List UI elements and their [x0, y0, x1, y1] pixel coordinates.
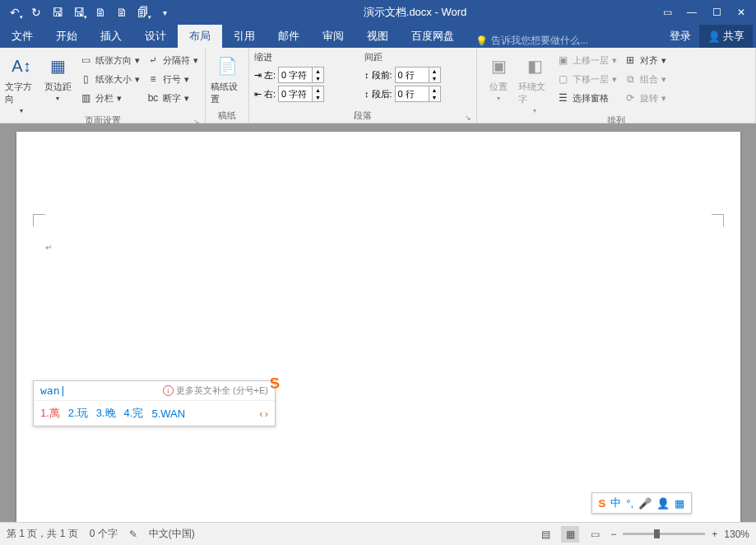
indent-right-input[interactable]: ▲▼ — [278, 86, 324, 102]
tab-baidu[interactable]: 百度网盘 — [400, 25, 466, 48]
group-button: ⧉组合 ▾ — [622, 70, 668, 88]
page[interactable]: ↵ — [16, 132, 740, 522]
proofing-icon[interactable]: ✎ — [129, 529, 137, 540]
indent-right-icon: ⇤ — [254, 89, 262, 100]
position-icon: ▣ — [485, 53, 512, 79]
export-button[interactable]: 🗐 — [133, 2, 153, 22]
margin-marker-tr — [712, 214, 724, 226]
group-icon: ⧉ — [624, 72, 637, 86]
ime-voice-icon[interactable]: 🎤 — [638, 497, 652, 510]
size-icon: ▯ — [79, 72, 92, 86]
selection-pane-icon: ☰ — [556, 91, 569, 105]
backward-icon: ▢ — [556, 72, 569, 86]
ime-toolbox-icon[interactable]: ▦ — [675, 497, 684, 510]
margins-icon: ▦ — [44, 53, 71, 79]
save-button[interactable]: 🖫 — [48, 2, 67, 22]
align-icon: ⊞ — [624, 54, 637, 67]
sogou-icon[interactable]: S — [599, 497, 606, 510]
align-button[interactable]: ⊞对齐 ▾ — [622, 51, 668, 69]
ime-candidate-3[interactable]: 3.晚 — [96, 406, 116, 421]
group-paragraph: 缩进 ⇥左: ▲▼ ⇤右: ▲▼ 间距 ↕段前: ▲▼ ↕段后: ▲▼ 段落↘ — [249, 48, 477, 123]
tab-view[interactable]: 视图 — [355, 25, 400, 48]
print-preview-button[interactable]: 🗎 — [90, 2, 110, 22]
page-indicator[interactable]: 第 1 页，共 1 页 — [7, 527, 78, 541]
group-page-setup: A↕文字方向▾ ▦页边距▾ ▭纸张方向 ▾ ▯纸张大小 ▾ ▥分栏 ▾ ⤶分隔符… — [0, 48, 206, 123]
qat-customize[interactable]: ▾ — [155, 2, 174, 22]
ime-status-bar[interactable]: S 中 °, 🎤 👤 ▦ — [591, 492, 692, 514]
space-before-icon: ↕ — [364, 70, 369, 80]
line-numbers-button[interactable]: ≡行号 ▾ — [145, 70, 200, 88]
ime-candidate-5[interactable]: 5.WAN — [151, 408, 185, 420]
maximize-button[interactable]: ☐ — [705, 2, 728, 22]
space-before-input[interactable]: ▲▼ — [395, 67, 441, 83]
titlebar: ↶ ↻ 🖫 🖫 🗎 🗎 🗐 ▾ 演示文档.docx - Word ▭ — ☐ ✕ — [0, 0, 756, 25]
ime-candidate-window[interactable]: S wan i更多英文补全 (分号+E) 1.萬 2.玩 3.晚 4.完 5.W… — [33, 380, 276, 426]
zoom-out-button[interactable]: − — [610, 529, 616, 540]
indent-left-input[interactable]: ▲▼ — [278, 67, 324, 83]
lightbulb-icon: 💡 — [475, 35, 488, 47]
wrap-text-button: ◧环绕文字▾ — [518, 49, 551, 114]
margin-marker-tl — [33, 214, 45, 226]
tab-mailings[interactable]: 邮件 — [267, 25, 311, 48]
undo-button[interactable]: ↶ — [5, 2, 25, 22]
zoom-slider[interactable] — [623, 533, 705, 535]
minimize-button[interactable]: — — [680, 2, 703, 22]
tab-design[interactable]: 设计 — [133, 25, 178, 48]
read-mode-button[interactable]: ▤ — [536, 526, 554, 543]
share-icon: 👤 — [707, 30, 721, 43]
window-title: 演示文档.docx - Word — [174, 5, 656, 20]
ime-candidate-1[interactable]: 1.萬 — [40, 406, 60, 421]
word-count[interactable]: 0 个字 — [90, 527, 118, 541]
bring-forward-button: ▣上移一层 ▾ — [554, 51, 619, 69]
save-as-button[interactable]: 🖫 — [69, 2, 89, 22]
ime-lang-toggle[interactable]: 中 — [610, 496, 621, 510]
rotate-button: ⟳旋转 ▾ — [622, 89, 668, 107]
document-area[interactable]: ↵ S wan i更多英文补全 (分号+E) 1.萬 2.玩 3.晚 4.完 5… — [0, 123, 756, 522]
tab-review[interactable]: 审阅 — [311, 25, 355, 48]
wrap-icon: ◧ — [522, 53, 548, 79]
quick-access-toolbar: ↶ ↻ 🖫 🖫 🗎 🗎 🗐 ▾ — [0, 2, 174, 22]
ime-prev-page[interactable]: ‹ — [259, 408, 262, 420]
columns-button[interactable]: ▥分栏 ▾ — [77, 89, 141, 107]
paragraph-launcher[interactable]: ↘ — [465, 114, 471, 122]
rotate-icon: ⟳ — [624, 91, 637, 105]
space-after-input[interactable]: ▲▼ — [395, 86, 441, 102]
breaks-button[interactable]: ⤶分隔符 ▾ — [145, 51, 200, 69]
tell-me-input[interactable]: 💡告诉我您想要做什么... — [466, 34, 661, 48]
redo-button[interactable]: ↻ — [26, 2, 46, 22]
tab-file[interactable]: 文件 — [0, 25, 44, 48]
tab-references[interactable]: 引用 — [222, 25, 267, 48]
ime-next-page[interactable]: › — [265, 408, 268, 420]
quick-print-button[interactable]: 🗎 — [112, 2, 132, 22]
ime-candidate-2[interactable]: 2.玩 — [68, 406, 88, 421]
tab-home[interactable]: 开始 — [44, 25, 89, 48]
gaozhi-button[interactable]: 📄稿纸设置 — [211, 49, 243, 109]
ime-composition: wan — [40, 384, 66, 397]
ime-candidate-4[interactable]: 4.完 — [124, 406, 144, 421]
ribbon-options-button[interactable]: ▭ — [656, 2, 679, 22]
ime-skin-icon[interactable]: 👤 — [656, 497, 670, 510]
group-arrange: ▣位置▾ ◧环绕文字▾ ▣上移一层 ▾ ▢下移一层 ▾ ☰选择窗格 ⊞对齐 ▾ … — [477, 48, 756, 123]
size-button[interactable]: ▯纸张大小 ▾ — [77, 70, 141, 88]
position-button: ▣位置▾ — [482, 49, 515, 114]
gaozhi-icon: 📄 — [214, 53, 240, 79]
zoom-level[interactable]: 130% — [724, 529, 749, 540]
web-layout-button[interactable]: ▭ — [586, 526, 604, 543]
margins-button[interactable]: ▦页边距▾ — [41, 49, 74, 114]
ime-hint[interactable]: i更多英文补全 (分号+E) — [163, 384, 268, 397]
selection-pane-button[interactable]: ☰选择窗格 — [554, 89, 619, 107]
text-direction-icon: A↕ — [8, 53, 35, 79]
zoom-in-button[interactable]: + — [712, 529, 717, 540]
share-button[interactable]: 👤共享 — [699, 25, 753, 48]
language-indicator[interactable]: 中文(中国) — [149, 527, 195, 541]
tab-insert[interactable]: 插入 — [89, 25, 133, 48]
columns-icon: ▥ — [79, 91, 92, 105]
text-direction-button[interactable]: A↕文字方向▾ — [5, 49, 38, 114]
tab-layout[interactable]: 布局 — [178, 25, 222, 48]
print-layout-button[interactable]: ▦ — [561, 526, 579, 543]
ime-punct-toggle[interactable]: °, — [626, 497, 633, 510]
hyphenation-button[interactable]: bc断字 ▾ — [145, 89, 200, 107]
close-button[interactable]: ✕ — [730, 2, 753, 22]
orientation-button[interactable]: ▭纸张方向 ▾ — [77, 51, 141, 69]
login-button[interactable]: 登录 — [661, 25, 699, 48]
